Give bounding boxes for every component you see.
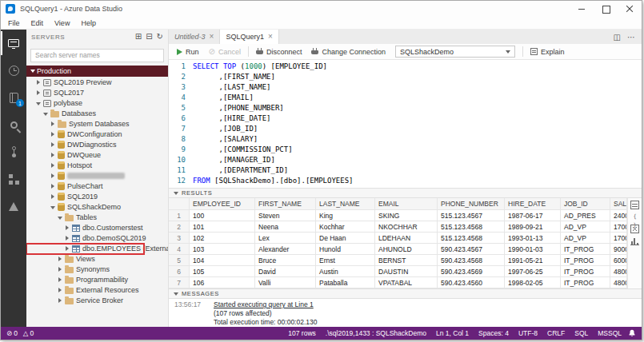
result-cell[interactable]: BERNST [375,255,438,266]
result-row[interactable]: 4103AlexanderHunoldAHUNOLD590.423.456719… [169,244,627,255]
result-cell[interactable]: 100 [190,210,255,221]
result-cell[interactable]: 105 [190,266,255,277]
result-cell[interactable]: 24000.00 [610,210,627,221]
result-cell[interactable]: 1990-01-03 [505,244,561,255]
tree-item-hotspot[interactable]: Hotspot [26,161,168,171]
tree-item-tables[interactable]: Tables [26,213,168,223]
tree-item-pulsechart[interactable]: PulseChart [26,181,168,192]
search-icon[interactable] [1,111,26,138]
source-control-icon[interactable] [1,138,26,165]
result-cell[interactable]: 1997-06-25 [505,266,561,277]
close-button[interactable] [618,1,642,17]
result-cell[interactable]: 590.423.4560 [438,277,505,288]
connections-icon[interactable] [1,30,26,57]
server-group-production[interactable]: Production [26,66,168,77]
result-cell[interactable]: VPATABAL [375,277,438,288]
result-cell[interactable]: 515.123.4568 [438,221,505,233]
tree-item-dwqueue[interactable]: DWQueue [26,150,168,161]
code-line[interactable]: ,[EMAIL] [193,93,642,103]
result-row[interactable]: 2101NeenaKochharNKOCHHAR515.123.45681989… [169,221,627,233]
result-cell[interactable]: 106 [190,277,255,288]
result-cell[interactable]: AHUNOLD [375,244,438,255]
result-cell[interactable]: IT_PROG [561,255,610,266]
save-csv-icon[interactable] [630,201,639,209]
errors-indicator[interactable]: ⊘0 [6,329,18,337]
tree-item-synonyms[interactable]: Synonyms [26,264,168,275]
result-cell[interactable]: 17000.00 [610,233,627,244]
menu-edit[interactable]: Edit [26,19,50,27]
collapse-results-icon[interactable] [173,190,179,197]
result-cell[interactable]: 104 [190,255,255,266]
close-tab-icon[interactable]: × [210,33,214,41]
new-connection-icon[interactable]: ⊞ [135,33,142,41]
new-server-group-icon[interactable]: ⊟ [146,33,152,41]
code-line[interactable]: ,[MANAGER_ID] [193,155,642,165]
menu-file[interactable]: File [2,19,26,27]
notifications-bell-icon[interactable] [628,329,636,337]
tab-sqlquery1[interactable]: SQLQuery1× [220,30,278,44]
result-cell[interactable]: 6000.00 [610,255,627,266]
result-cell[interactable]: 590.423.4567 [438,244,505,255]
messages-panel-header[interactable]: MESSAGES [169,288,642,299]
column-header-email[interactable]: EMAIL [375,198,438,210]
notebooks-icon[interactable]: 1 [1,84,26,111]
result-cell[interactable]: 1991-05-21 [505,255,561,266]
column-header-employee-id[interactable]: EMPLOYEE_ID [190,198,255,210]
tree-item-dbo-employees-external[interactable]: dbo.EMPLOYEES (External) [26,244,144,254]
result-cell[interactable]: LDEHAAN [375,233,438,244]
tree-item-service-broker[interactable]: Service Broker [26,296,168,306]
result-cell[interactable]: 9000.00 [610,244,627,255]
change-connection-button[interactable]: Change Connection [306,44,390,59]
result-cell[interactable]: 4800.00 [610,277,627,288]
result-row[interactable]: 7106ValliPataballaVPATABAL590.423.456019… [169,277,627,288]
save-excel-icon[interactable] [630,225,639,233]
tree-item-sqlshackdemo[interactable]: SQLShackDemo [26,202,168,213]
result-cell[interactable]: Neena [255,221,316,233]
result-row[interactable]: 1100StevenKingSKING515.123.45671987-06-1… [169,210,627,221]
column-header-last-name[interactable]: LAST_NAME [316,198,375,210]
result-cell[interactable]: Kochhar [316,221,375,233]
result-cell[interactable]: Valli [255,277,316,288]
result-cell[interactable]: IT_PROG [561,277,610,288]
code-line[interactable]: ,[HIRE_DATE] [193,113,642,124]
menu-view[interactable]: View [49,19,75,27]
sql-editor[interactable]: 123456789101112 SELECT TOP (1000) [EMPLO… [169,60,642,188]
tree-item-dbo-customerstest[interactable]: dbo.Customerstest [26,223,168,233]
message-text[interactable]: Started executing query at Line 1 [214,300,314,309]
code-line[interactable]: ,[FIRST_NAME] [193,72,642,82]
result-cell[interactable]: 515.123.4568 [438,233,505,244]
minimize-button[interactable] [570,1,594,17]
result-cell[interactable]: Hunold [316,244,375,255]
tree-item-dwconfiguration[interactable]: DWConfiguration [26,129,168,140]
tree-item-sql2019[interactable]: SQL2019 [26,192,168,202]
more-actions-icon[interactable]: ⋯ [627,33,635,42]
result-cell[interactable]: Austin [316,266,375,277]
run-button[interactable]: Run [172,44,204,59]
result-cell[interactable]: 590.423.4569 [438,266,505,277]
status-row-count[interactable]: 107 rows [288,329,316,337]
tree-item-dbo-demosql2019[interactable]: dbo.DemoSQL2019 [26,233,168,244]
code-line[interactable]: ,[LAST_NAME] [193,82,642,93]
code-line[interactable]: SELECT TOP (1000) [EMPLOYEE_ID] [193,62,642,72]
menu-help[interactable]: Help [75,19,102,27]
code-line[interactable]: ,[SALARY] [193,134,642,145]
result-cell[interactable]: David [255,266,316,277]
result-row[interactable]: 6105DavidAustinDAUSTIN590.423.45691997-0… [169,266,627,277]
split-editor-icon[interactable]: ◫ [614,33,621,42]
result-cell[interactable]: 103 [190,244,255,255]
result-cell[interactable]: SKING [375,210,438,221]
tree-item-system-databases[interactable]: System Databases [26,119,168,129]
result-cell[interactable]: Ernst [316,255,375,266]
code-line[interactable]: ,[DEPARTMENT_ID] [193,165,642,176]
result-cell[interactable]: 102 [190,233,255,244]
result-cell[interactable]: 4800.00 [610,266,627,277]
column-header-salary[interactable]: SALARY [610,198,627,210]
result-cell[interactable]: De Haan [316,233,375,244]
result-cell[interactable]: IT_PROG [561,266,610,277]
column-header-hire-date[interactable]: HIRE_DATE [505,198,561,210]
status-language[interactable]: SQL [574,329,588,337]
results-panel-header[interactable]: RESULTS [169,188,642,198]
result-cell[interactable]: Bruce [255,255,316,266]
tree-item-programmability[interactable]: Programmability [26,275,168,285]
code-line[interactable]: FROM [SQLShackDemo].[dbo].[EMPLOYEES] [193,176,642,186]
